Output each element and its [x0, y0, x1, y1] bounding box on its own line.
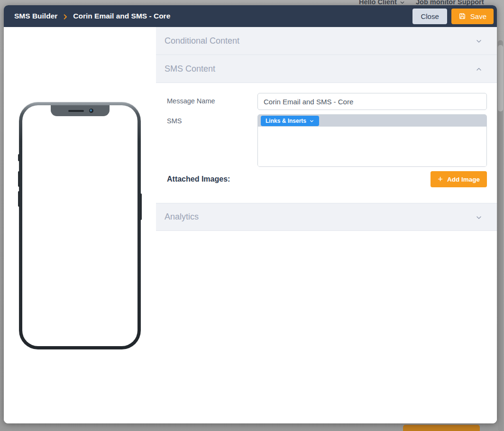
close-button[interactable]: Close: [412, 9, 447, 24]
section-sms-content-title: SMS Content: [165, 64, 215, 74]
sms-editor: Links & Inserts: [257, 114, 487, 167]
modal-header: SMS Builder Corin Email and SMS - Core C…: [4, 5, 497, 27]
sms-message-textarea[interactable]: [258, 127, 486, 166]
modal-body: Conditional Content SMS Content Message …: [4, 27, 497, 423]
chevron-up-icon: [475, 65, 483, 73]
section-conditional-content[interactable]: Conditional Content: [156, 27, 497, 55]
save-icon: [458, 12, 466, 20]
close-button-label: Close: [421, 12, 439, 20]
page-scrollbar-thumb[interactable]: [498, 45, 503, 111]
sms-content-form: Message Name SMS Links & Inserts Attache…: [156, 83, 497, 203]
add-image-button[interactable]: + Add Image: [431, 171, 487, 187]
chevron-down-icon: [475, 37, 483, 45]
phone-speaker: [68, 110, 84, 112]
phone-mockup: [19, 102, 141, 349]
message-name-label: Message Name: [167, 97, 215, 105]
breadcrumb-root: SMS Builder: [14, 12, 57, 20]
links-inserts-button[interactable]: Links & Inserts: [261, 116, 319, 126]
editor-pane: Conditional Content SMS Content Message …: [156, 27, 497, 423]
phone-camera: [89, 109, 93, 113]
phone-volume-down-button: [18, 191, 20, 207]
sms-builder-modal: SMS Builder Corin Email and SMS - Core C…: [4, 5, 497, 423]
chevron-down-icon: [475, 214, 483, 221]
add-image-label: Add Image: [447, 176, 480, 183]
section-sms-content[interactable]: SMS Content: [156, 55, 497, 83]
attached-images-label: Attached Images:: [167, 175, 230, 183]
sms-editor-toolbar: Links & Inserts: [258, 115, 486, 127]
section-analytics[interactable]: Analytics: [156, 203, 497, 231]
breadcrumb-chevron-icon: [62, 13, 69, 20]
phone-notch: [51, 105, 110, 116]
save-button-label: Save: [470, 12, 486, 20]
section-analytics-title: Analytics: [165, 212, 199, 222]
phone-mute-switch: [18, 154, 20, 161]
section-conditional-content-title: Conditional Content: [165, 36, 239, 46]
page-scrollbar[interactable]: [498, 40, 503, 431]
background-action-button[interactable]: [403, 425, 480, 431]
breadcrumb-current: Corin Email and SMS - Core: [73, 12, 170, 20]
save-button[interactable]: Save: [451, 9, 494, 24]
phone-volume-up-button: [18, 171, 20, 187]
chevron-down-icon: [309, 119, 314, 124]
links-inserts-label: Links & Inserts: [266, 118, 306, 124]
phone-power-button: [140, 193, 142, 220]
phone-screen: [22, 105, 137, 346]
sms-label: SMS: [167, 117, 182, 125]
plus-icon: +: [438, 175, 443, 183]
message-name-input[interactable]: [257, 93, 487, 110]
phone-preview-pane: [4, 27, 156, 423]
